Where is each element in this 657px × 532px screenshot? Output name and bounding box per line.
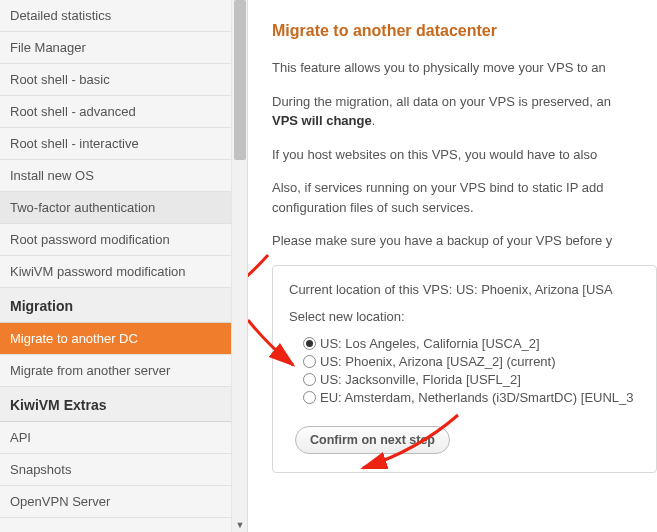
preserve-text-a: During the migration, all data on your V…: [272, 94, 611, 109]
sidebar-item[interactable]: OpenVPN Server: [0, 486, 247, 518]
sidebar-item[interactable]: KiwiVM password modification: [0, 256, 247, 288]
location-option-label: US: Los Angeles, California [USCA_2]: [320, 336, 540, 351]
backup-text: Please make sure you have a backup of yo…: [272, 231, 657, 251]
sidebar-header-migration: Migration: [0, 288, 247, 323]
radio-icon[interactable]: [303, 373, 316, 386]
main-content: Migrate to another datacenter This featu…: [248, 0, 657, 532]
vps-change-text: VPS will change: [272, 113, 372, 128]
sidebar-item[interactable]: Root shell - interactive: [0, 128, 247, 160]
location-option-label: US: Jacksonville, Florida [USFL_2]: [320, 372, 521, 387]
sidebar-item[interactable]: Root shell - basic: [0, 64, 247, 96]
location-box: Current location of this VPS: US: Phoeni…: [272, 265, 657, 473]
radio-icon[interactable]: [303, 355, 316, 368]
sidebar: Detailed statisticsFile ManagerRoot shel…: [0, 0, 248, 532]
radio-icon[interactable]: [303, 391, 316, 404]
sidebar-header-extras: KiwiVM Extras: [0, 387, 247, 422]
sidebar-item[interactable]: Root shell - advanced: [0, 96, 247, 128]
scrollbar-thumb[interactable]: [234, 0, 246, 160]
scroll-down-icon[interactable]: ▼: [232, 518, 248, 532]
sidebar-item[interactable]: Install new OS: [0, 160, 247, 192]
location-option[interactable]: US: Los Angeles, California [USCA_2]: [303, 336, 640, 351]
sidebar-scrollbar[interactable]: ▲ ▼: [231, 0, 247, 532]
page-title: Migrate to another datacenter: [272, 22, 657, 40]
location-option-label: EU: Amsterdam, Netherlands (i3D/SmartDC)…: [320, 390, 634, 405]
sidebar-item[interactable]: Detailed statistics: [0, 0, 247, 32]
sidebar-item[interactable]: Root password modification: [0, 224, 247, 256]
intro-text: This feature allows you to physically mo…: [272, 58, 657, 78]
confirm-button[interactable]: Confirm on next step: [295, 426, 450, 454]
sidebar-item[interactable]: Migrate from another server: [0, 355, 247, 387]
location-option[interactable]: US: Phoenix, Arizona [USAZ_2] (current): [303, 354, 640, 369]
sidebar-item[interactable]: Snapshots: [0, 454, 247, 486]
radio-icon[interactable]: [303, 337, 316, 350]
preserve-text: During the migration, all data on your V…: [272, 92, 657, 131]
location-option[interactable]: US: Jacksonville, Florida [USFL_2]: [303, 372, 640, 387]
location-option-label: US: Phoenix, Arizona [USAZ_2] (current): [320, 354, 556, 369]
sidebar-item[interactable]: API: [0, 422, 247, 454]
select-label: Select new location:: [289, 309, 640, 324]
host-text: If you host websites on this VPS, you wo…: [272, 145, 657, 165]
sidebar-item[interactable]: File Manager: [0, 32, 247, 64]
sidebar-item[interactable]: Two-factor authentication: [0, 192, 247, 224]
location-option[interactable]: EU: Amsterdam, Netherlands (i3D/SmartDC)…: [303, 390, 640, 405]
current-location: Current location of this VPS: US: Phoeni…: [289, 282, 640, 297]
sidebar-item[interactable]: Migrate to another DC: [0, 323, 247, 355]
services-text: Also, if services running on your VPS bi…: [272, 178, 657, 217]
